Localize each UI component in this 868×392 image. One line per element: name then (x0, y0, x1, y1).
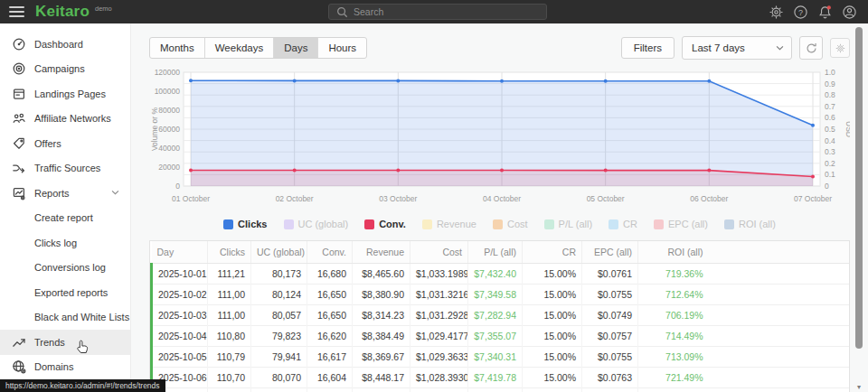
sidebar-item-conversions-log[interactable]: Conversions log (0, 256, 130, 281)
cell-cr (523, 388, 582, 392)
svg-text:100000: 100000 (155, 87, 181, 96)
legend-item-clicks[interactable]: Clicks (223, 219, 267, 229)
table-row[interactable]: 2025-10-01111,2180,17316,680$8,465.60$1,… (152, 264, 850, 285)
sidebar-item-label: Affiliate Networks (34, 113, 111, 124)
tab-days[interactable]: Days (274, 38, 318, 58)
column-header-epc-all[interactable]: EPC (all) (582, 241, 638, 264)
svg-text:06 October: 06 October (690, 194, 728, 203)
sidebar-item-reports[interactable]: Reports (0, 181, 130, 206)
vertical-scrollbar[interactable]: ▾ (855, 23, 863, 392)
refresh-button[interactable] (799, 36, 823, 60)
svg-text:0.3: 0.3 (825, 147, 835, 156)
sidebar-item-label: Exported reports (34, 287, 108, 298)
legend-item-p-l-all[interactable]: P/L (all) (544, 219, 593, 229)
sidebar-item-label: Campaigns (34, 63, 85, 74)
sidebar-item-affiliate-networks[interactable]: Affiliate Networks (0, 107, 130, 132)
help-icon[interactable]: ? (793, 5, 808, 20)
cell-day: 2025-10-02 (152, 285, 208, 305)
column-header-cr[interactable]: CR (523, 241, 582, 264)
svg-text:0: 0 (175, 182, 180, 191)
app-logo[interactable]: Keitaro (35, 3, 90, 21)
trends-icon (12, 335, 26, 350)
legend-item-uc-global[interactable]: UC (global) (284, 219, 349, 229)
sidebar-item-create-report[interactable]: Create report (0, 206, 130, 231)
column-header-cost[interactable]: Cost (410, 241, 468, 264)
cell-conv (307, 388, 353, 392)
legend-item-cr[interactable]: CR (609, 219, 637, 229)
sidebar-item-campaigns[interactable]: Campaigns (0, 57, 130, 82)
column-header-clicks[interactable]: Clicks (208, 241, 251, 264)
status-url: https://demo.keitaro.io/admin/#!/trends/… (0, 379, 165, 392)
search-input[interactable] (348, 6, 546, 17)
cell-cr: 15.00% (523, 285, 582, 305)
table-row[interactable]: 2025-10-05110,7979,94116,617$8,369.67$1,… (152, 347, 850, 368)
sidebar-item-clicks-log[interactable]: Clicks log (0, 230, 130, 256)
legend-swatch (654, 219, 664, 229)
sidebar-item-trends[interactable]: Trends (0, 330, 130, 355)
cell-revenue: $8,384.49 (353, 326, 410, 347)
settings-icon[interactable] (769, 5, 784, 20)
sidebar-item-domains[interactable]: Domains (0, 355, 130, 380)
cell-clicks: 110,80 (208, 326, 251, 347)
legend-item-roi-all[interactable]: ROI (all) (724, 219, 776, 229)
svg-text:120000: 120000 (155, 68, 181, 77)
notifications-icon[interactable] (817, 5, 833, 20)
sidebar-item-dashboard[interactable]: Dashboard (0, 32, 130, 57)
column-header-uc-global[interactable]: UC (global) (251, 241, 307, 264)
offers-icon (12, 136, 26, 151)
sidebar-item-black-and-white-lists[interactable]: Black and White Lists (0, 305, 130, 331)
column-header-day[interactable]: Day (152, 241, 208, 264)
traffic-sources-icon (12, 161, 26, 175)
tab-weekdays[interactable]: Weekdays (205, 38, 274, 58)
legend-item-epc-all[interactable]: EPC (all) (654, 219, 708, 229)
svg-text:?: ? (798, 7, 803, 16)
search-bar[interactable] (328, 4, 547, 20)
column-header-revenue[interactable]: Revenue (353, 241, 410, 264)
cell-clicks: 111,00 (208, 305, 251, 326)
table-row[interactable]: 2025-10-06110,7080,07016,604$8,448.17$1,… (152, 368, 850, 388)
column-header-roi-all[interactable]: ROI (all) (638, 241, 709, 264)
date-range-select[interactable]: Last 7 days (682, 36, 792, 60)
legend-label: P/L (all) (559, 219, 593, 229)
column-header-p-l-all[interactable]: P/L (all) (468, 241, 523, 264)
legend-swatch (493, 219, 503, 229)
scrollbar-down-arrow[interactable]: ▾ (855, 383, 863, 391)
cell-p-l-all (468, 388, 523, 392)
sidebar-item-landings-pages[interactable]: Landings Pages (0, 81, 130, 107)
svg-text:80000: 80000 (158, 106, 180, 115)
profile-icon[interactable] (842, 5, 857, 20)
sidebar-item-traffic-sources[interactable]: Traffic Sources (0, 156, 130, 182)
cell-uc-global: 79,823 (251, 326, 307, 347)
legend-item-revenue[interactable]: Revenue (422, 219, 476, 229)
trends-chart[interactable]: 02000040000600008000010000012000000.10.2… (149, 67, 850, 210)
table-row-partial[interactable]: 2025-10-07 (152, 388, 850, 392)
legend-item-conv[interactable]: Conv. (364, 219, 406, 229)
tab-hours[interactable]: Hours (318, 38, 366, 58)
sidebar-item-label: Black and White Lists (34, 312, 129, 322)
svg-text:0: 0 (825, 182, 829, 191)
sidebar-item-offers[interactable]: Offers (0, 131, 130, 156)
chart-settings-button[interactable] (830, 38, 850, 58)
toolbar-actions: Filters Last 7 days (621, 36, 850, 60)
legend-item-cost[interactable]: Cost (493, 219, 528, 229)
cell-roi-all: 713.09% (638, 347, 709, 368)
legend-label: Revenue (437, 219, 476, 229)
table-row[interactable]: 2025-10-04110,8079,82316,620$8,384.49$1,… (152, 326, 850, 347)
filters-button[interactable]: Filters (621, 37, 675, 59)
cell-cost: $1,029.4177 (410, 326, 468, 347)
trends-toolbar: MonthsWeekdaysDaysHours Filters Last 7 d… (149, 36, 850, 60)
tab-months[interactable]: Months (150, 38, 205, 58)
sidebar-item-label: Offers (34, 138, 61, 149)
cell-cost: $1,028.3930 (410, 368, 468, 388)
cell-p-l-all: $7,340.31 (468, 347, 523, 368)
svg-text:Volume or %: Volume or % (150, 107, 159, 151)
table-row[interactable]: 2025-10-02111,0080,12416,650$8,380.90$1,… (152, 285, 850, 305)
sidebar-item-exported-reports[interactable]: Exported reports (0, 280, 130, 305)
table-row[interactable]: 2025-10-03111,0080,05716,650$8,314.23$1,… (152, 305, 850, 326)
cell-filler (709, 326, 850, 347)
cell-conv: 16,650 (307, 305, 353, 326)
column-header-conv[interactable]: Conv. (307, 241, 353, 264)
cell-roi-all: 712.64% (638, 285, 709, 305)
scrollbar-thumb[interactable] (855, 27, 863, 349)
menu-icon[interactable] (9, 6, 24, 17)
